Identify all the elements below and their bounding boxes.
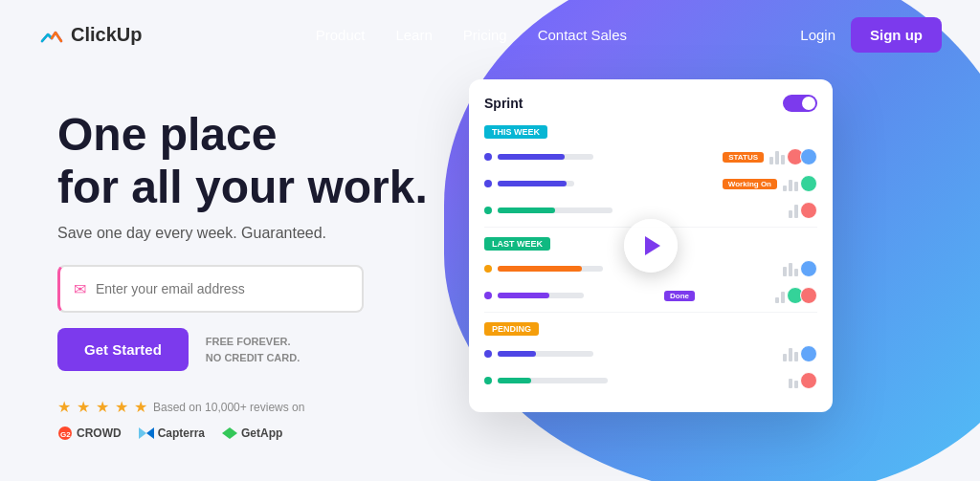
email-input-wrapper[interactable]: ✉	[57, 265, 364, 313]
getapp-text: GetApp	[241, 426, 282, 440]
nav-contact-sales[interactable]: Contact Sales	[538, 27, 627, 43]
task-bar	[498, 154, 593, 160]
mini-chart	[775, 288, 785, 303]
cta-note-line2: NO CREDIT CARD.	[206, 352, 300, 363]
mini-chart	[789, 373, 798, 388]
task-dot	[484, 180, 492, 187]
hero-title-line1: One place	[57, 109, 277, 160]
mini-chart	[789, 203, 798, 218]
section-pending: PENDING	[484, 318, 817, 391]
task-row: Working On	[484, 173, 817, 194]
task-dot	[484, 265, 492, 273]
mini-chart	[783, 346, 798, 361]
task-bar	[498, 378, 608, 383]
task-row	[484, 370, 817, 391]
stars-row: ★ ★ ★ ★ ★ Based on 10,000+ reviews on	[57, 398, 459, 416]
done-badge: Done	[664, 291, 695, 301]
get-started-button[interactable]: Get Started	[57, 328, 189, 371]
reviews-text: Based on 10,000+ reviews on	[153, 401, 304, 414]
capterra-logo: Capterra	[139, 426, 205, 440]
hero-right: Sprint THIS WEEK STATUS	[469, 79, 942, 412]
mini-chart	[783, 176, 798, 191]
avatar-group	[804, 372, 817, 389]
signup-button[interactable]: Sign up	[851, 17, 942, 53]
review-logos-row: G2 CROWD Capterra GetApp	[57, 426, 459, 441]
avatar	[800, 148, 817, 165]
task-dot	[484, 350, 492, 358]
status-badge: STATUS	[723, 152, 764, 163]
avatar-group	[804, 175, 817, 192]
toggle-button[interactable]	[783, 95, 817, 112]
lastweek-label: LAST WEEK	[484, 237, 550, 251]
login-button[interactable]: Login	[800, 27, 835, 43]
dashboard-card: Sprint THIS WEEK STATUS	[469, 79, 833, 412]
nav-pricing[interactable]: Pricing	[463, 27, 507, 43]
avatar-group	[791, 148, 817, 165]
cta-note-line1: FREE FOREVER.	[206, 336, 291, 347]
nav-learn[interactable]: Learn	[395, 27, 432, 43]
task-bar	[498, 181, 574, 186]
avatar-group	[791, 287, 817, 304]
task-bar	[498, 293, 584, 298]
star-5: ★	[134, 398, 147, 416]
thisweek-label: THIS WEEK	[484, 125, 547, 139]
nav-product[interactable]: Product	[316, 27, 366, 43]
avatar-group	[804, 260, 817, 277]
task-bar	[498, 351, 593, 357]
mini-chart	[783, 261, 798, 276]
avatar-group	[804, 345, 817, 362]
task-bar	[498, 266, 603, 272]
logo-icon	[38, 22, 65, 49]
dashboard-title: Sprint	[484, 96, 523, 111]
avatar	[800, 260, 817, 277]
reviews-section: ★ ★ ★ ★ ★ Based on 10,000+ reviews on G2…	[57, 398, 459, 441]
getapp-icon	[222, 427, 237, 439]
avatar	[800, 372, 817, 389]
divider	[484, 312, 817, 313]
star-1: ★	[57, 398, 71, 416]
avatar	[800, 175, 817, 192]
pending-label: PENDING	[484, 322, 539, 336]
email-icon: ✉	[74, 280, 86, 298]
task-row	[484, 343, 817, 364]
play-triangle-icon	[645, 236, 660, 255]
logo[interactable]: ClickUp	[38, 22, 142, 49]
star-4: ★	[115, 398, 128, 416]
task-bar	[498, 208, 612, 213]
working-badge: Working On	[723, 179, 777, 189]
dashboard-header: Sprint	[484, 95, 817, 112]
svg-text:G2: G2	[60, 430, 71, 439]
section-thisweek: THIS WEEK STATUS	[484, 121, 817, 221]
play-button[interactable]	[624, 219, 678, 273]
task-dot	[484, 207, 492, 214]
capterra-icon	[139, 427, 154, 439]
task-dot	[484, 153, 492, 161]
header-actions: Login Sign up	[800, 17, 942, 53]
capterra-text: Capterra	[158, 426, 205, 440]
email-input[interactable]	[96, 281, 348, 296]
main-nav: Product Learn Pricing Contact Sales	[316, 27, 627, 43]
task-dot	[484, 292, 492, 299]
star-3: ★	[96, 398, 109, 416]
svg-marker-2	[139, 427, 146, 439]
avatar	[800, 202, 817, 219]
task-row	[484, 200, 817, 221]
g2-text: CROWD	[77, 426, 122, 440]
task-row: STATUS	[484, 146, 817, 167]
header: ClickUp Product Learn Pricing Contact Sa…	[0, 0, 980, 70]
hero-title-line2: for all your work.	[57, 162, 428, 212]
mini-chart	[769, 149, 785, 164]
avatar	[800, 287, 817, 304]
g2-icon: G2	[57, 426, 73, 441]
svg-marker-4	[222, 427, 237, 439]
hero-left: One place for all your work. Save one da…	[57, 89, 459, 441]
main-content: One place for all your work. Save one da…	[0, 70, 980, 441]
avatar-group	[804, 202, 817, 219]
hero-subtitle: Save one day every week. Guaranteed.	[57, 225, 459, 242]
cta-note: FREE FOREVER. NO CREDIT CARD.	[206, 334, 300, 365]
avatar	[800, 345, 817, 362]
hero-title: One place for all your work.	[57, 108, 459, 213]
g2-logo: G2 CROWD	[57, 426, 122, 441]
getapp-logo: GetApp	[222, 426, 282, 440]
svg-marker-3	[146, 427, 154, 439]
